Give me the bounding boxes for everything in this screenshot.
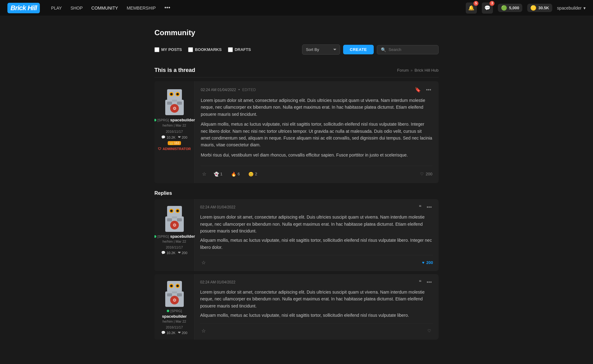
notifications-button[interactable]: 🔔 5 <box>466 2 477 14</box>
heart-icon: ♡ <box>420 172 424 176</box>
replies-header: Replies <box>154 190 439 196</box>
search-icon: 🔍 <box>381 47 386 52</box>
svg-rect-6 <box>172 100 177 102</box>
reply-2-avatar: ⚙ <box>162 279 187 307</box>
username-nav: spacebuilder <box>557 6 582 10</box>
my-posts-filter[interactable]: MY POSTS <box>154 47 182 52</box>
reaction-fire[interactable]: 🔥 6 <box>229 170 242 178</box>
avatar-robot-svg: ⚙ <box>162 87 187 115</box>
sort-select[interactable]: Sort By Newest Oldest Most Popular <box>302 44 340 55</box>
post-author-join-year: 2016/11/17 <box>166 130 183 133</box>
post-author-name[interactable]: spacebuilder <box>170 118 195 122</box>
create-button[interactable]: CREATE <box>343 45 374 54</box>
reply-2-time: 02:24 AM 01/04/2022 <box>200 280 235 284</box>
bucks-display: 🟢 5,000 <box>498 4 522 12</box>
nav-shop[interactable]: SHOP <box>70 6 83 10</box>
comment-icon: 💬 <box>161 251 166 255</box>
svg-point-27 <box>176 285 179 287</box>
reply-2-online <box>167 310 169 312</box>
ghost-emoji: 👻 <box>214 172 219 177</box>
reply-1-star-button[interactable]: ☆ <box>200 258 207 267</box>
svg-point-15 <box>170 210 173 212</box>
my-posts-checkbox[interactable] <box>154 47 159 52</box>
reply-2-likes: ❤ 200 <box>178 331 187 335</box>
reply-2-paragraph-2: Aliquam mollis, metus ac luctus vulputat… <box>200 312 433 319</box>
main-post: ⚙ [SPRG] spacebuilder he/him | Mar 22 20… <box>154 81 439 183</box>
reply-2-star-button[interactable]: ☆ <box>200 327 207 335</box>
reply-2-quote-button[interactable]: ❝ <box>418 278 423 286</box>
svg-rect-9 <box>167 102 172 105</box>
fire-count: 6 <box>238 172 240 176</box>
messages-button[interactable]: 💬 3 <box>482 2 493 14</box>
nav-more-icon[interactable]: ••• <box>164 5 170 11</box>
nav-membership[interactable]: MEMBERSHIP <box>127 6 156 10</box>
bell-icon: 🔔 <box>468 5 474 11</box>
nav-play[interactable]: PLAY <box>51 6 62 10</box>
reply-1-tag: [SPRG] <box>158 235 169 238</box>
svg-rect-20 <box>167 218 172 221</box>
user-menu[interactable]: spacebuilder ▾ <box>557 6 586 10</box>
reply-1-likes: ❤ 200 <box>178 251 187 255</box>
coins-value: 30.5K <box>538 6 549 10</box>
admin-label: ADMINISTRATOR <box>162 147 191 151</box>
bookmark-button[interactable]: 🔖 <box>414 86 422 93</box>
smile-emoji: 😊 <box>248 172 254 177</box>
bucks-icon: 🟢 <box>501 5 507 11</box>
star-button[interactable]: ☆ <box>201 170 208 178</box>
svg-rect-17 <box>172 216 177 218</box>
heart-filled-icon: ♥ <box>422 260 425 265</box>
reply-1-quote-button[interactable]: ❝ <box>418 203 423 211</box>
post-paragraph-1: Lorem ipsum dolor sit amet, consectetur … <box>201 97 432 118</box>
reply-1-online <box>154 235 156 238</box>
filter-checkboxes: MY POSTS BOOKMARKS DRAFTS <box>154 47 251 52</box>
reply-1-actions: ❝ ••• <box>418 203 433 211</box>
more-options-button[interactable]: ••• <box>425 86 432 93</box>
breadcrumb-separator: » <box>410 68 413 73</box>
bookmarks-filter[interactable]: BOOKMARKS <box>188 47 222 52</box>
notification-count: 5 <box>473 1 478 6</box>
reply-card-1: ⚙ [SPRG] spacebuilder he/him | Mar 22 20… <box>154 199 439 271</box>
breadcrumb-forum[interactable]: Forum <box>397 68 409 73</box>
reply-1-like-button[interactable]: ♥ 200 <box>422 260 433 265</box>
reaction-smile[interactable]: 😊 2 <box>246 170 259 178</box>
reply-2-like-button[interactable]: ♡ <box>427 328 433 333</box>
reply-2-name[interactable]: spacebuilder <box>162 314 187 319</box>
reply-2-tag: [SPRG] <box>170 309 182 313</box>
reply-1-like-count: 200 <box>426 260 433 265</box>
post-like-button[interactable]: ♡ 200 <box>420 172 432 176</box>
admin-badge[interactable]: 🛡 ADMINISTRATOR <box>158 147 191 151</box>
reply-1-post-count: 💬 10.2K <box>161 251 175 255</box>
reply-1-avatar-svg: ⚙ <box>162 204 187 232</box>
svg-text:⚙: ⚙ <box>172 223 176 228</box>
reply-1-more-button[interactable]: ••• <box>425 203 433 211</box>
reply-2-join-year: 2016/11/17 <box>166 325 183 329</box>
crown-badge: 👑 163 <box>168 141 181 145</box>
reply-1-join-year: 2016/11/17 <box>166 245 183 249</box>
reaction-ghost[interactable]: 👻 1 <box>211 170 225 178</box>
post-like-count: 200 <box>426 172 432 176</box>
reply-1-paragraph-2: Aliquam mollis, metus ac luctus vulputat… <box>200 237 433 251</box>
svg-rect-23 <box>167 281 182 292</box>
drafts-filter[interactable]: DRAFTS <box>228 47 251 52</box>
post-footer: ☆ 👻 1 🔥 6 😊 2 ♡ 200 <box>201 166 432 178</box>
svg-rect-1 <box>167 89 182 100</box>
heart-icon: ❤ <box>178 251 181 255</box>
reply-2-more-button[interactable]: ••• <box>425 278 433 286</box>
reply-1-paragraph-1: Lorem ipsum dolor sit amet, consectetur … <box>200 214 433 234</box>
ghost-count: 1 <box>220 172 222 176</box>
svg-point-5 <box>176 93 179 95</box>
breadcrumb-hub[interactable]: Brick Hill Hub <box>414 68 439 73</box>
reply-1-footer: ☆ ♥ 200 <box>200 255 433 267</box>
svg-point-4 <box>170 93 173 95</box>
search-input[interactable] <box>389 47 432 52</box>
bookmarks-checkbox[interactable] <box>188 47 193 52</box>
reply-1-name[interactable]: spacebuilder <box>170 234 195 239</box>
bookmarks-label: BOOKMARKS <box>195 47 222 52</box>
site-logo[interactable]: Brick Hill <box>7 3 40 13</box>
reply-2-stats: 💬 10.2K ❤ 200 <box>161 331 187 335</box>
nav-community[interactable]: COMMUNITY <box>91 6 118 10</box>
message-count: 3 <box>490 1 494 6</box>
heart-icon: ♡ <box>427 328 431 333</box>
drafts-checkbox[interactable] <box>228 47 233 52</box>
svg-rect-31 <box>167 293 172 296</box>
